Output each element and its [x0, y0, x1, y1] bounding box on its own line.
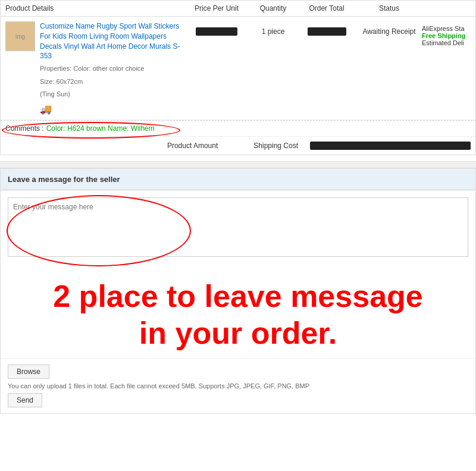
col-header-status: Status: [356, 4, 422, 12]
message-body: [1, 190, 475, 266]
status-cell: Awaiting Receipt: [356, 21, 422, 36]
product-props-size: Size: 60x72cm: [40, 77, 184, 87]
product-image: img: [5, 21, 35, 51]
comments-label: Comments :: [5, 124, 44, 133]
total-cell: [297, 21, 356, 36]
order-details-section: Product Details Price Per Unit Quantity …: [0, 0, 476, 155]
upload-section: Browse You can only upload 1 files in to…: [1, 358, 475, 413]
col-header-quantity: Quantity: [249, 4, 297, 12]
message-header: Leave a message for the seller: [1, 169, 475, 190]
quantity-cell: 1 piece: [249, 21, 297, 36]
product-props-seller: (Ting Sun): [40, 89, 184, 100]
browse-button[interactable]: Browse: [8, 365, 49, 379]
truck-icon: 🚚: [40, 103, 184, 115]
col-header-price: Price Per Unit: [184, 4, 249, 12]
price-cell: [184, 21, 249, 36]
col-header-product: Product Details: [5, 4, 184, 12]
free-shipping-text: Free Shipping: [422, 32, 471, 39]
estimated-text: Estimated Deli: [422, 39, 471, 46]
send-button[interactable]: Send: [8, 393, 42, 407]
table-header: Product Details Price Per Unit Quantity …: [1, 1, 475, 17]
totals-labels: Product Amount Shipping Cost: [167, 142, 298, 150]
product-amount-label: Product Amount: [167, 142, 218, 150]
totals-bar: [310, 142, 471, 150]
message-textarea[interactable]: [8, 197, 468, 257]
totals-row: Product Amount Shipping Cost: [1, 136, 475, 155]
col-header-total: Order Total: [297, 4, 356, 12]
upload-info: You can only upload 1 files in total. Ea…: [8, 382, 468, 390]
product-title-link[interactable]: Customize Name Rugby Sport Wall Stickers…: [40, 21, 184, 61]
annotation-line1: 2 place to leave message: [7, 278, 469, 315]
comments-value: Color: H624 brown Name: Wilhem: [46, 124, 155, 133]
annotation-line2: in your order.: [7, 315, 469, 351]
message-section: Leave a message for the seller 2 place t…: [0, 168, 476, 414]
product-props-color: Properties: Color: other color choice: [40, 64, 184, 74]
total-bar: [308, 27, 346, 36]
product-details-cell: img Customize Name Rugby Sport Wall Stic…: [5, 21, 184, 115]
product-info: Customize Name Rugby Sport Wall Stickers…: [40, 21, 184, 115]
price-bar: [196, 27, 237, 36]
col-header-extra: [422, 4, 471, 12]
aliexpress-text: AliExpress Sta: [422, 25, 471, 32]
extra-cell: AliExpress Sta Free Shipping Estimated D…: [422, 21, 471, 46]
comments-row: Comments : Color: H624 brown Name: Wilhe…: [1, 120, 475, 136]
shipping-cost-label: Shipping Cost: [253, 142, 298, 150]
section-divider: [0, 161, 476, 168]
annotation-text: 2 place to leave message in your order.: [1, 266, 475, 358]
table-row: img Customize Name Rugby Sport Wall Stic…: [1, 17, 475, 120]
